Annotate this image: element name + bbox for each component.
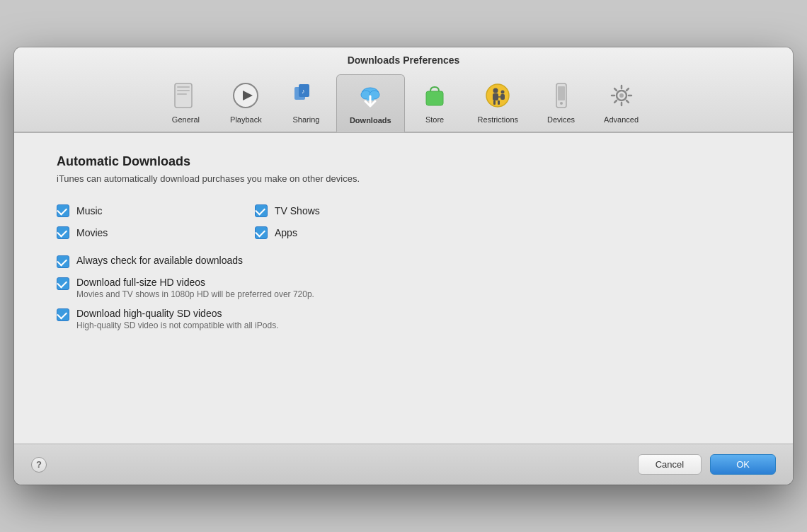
svg-text:♪: ♪ — [302, 88, 305, 95]
checkbox-hdvideos[interactable] — [57, 277, 69, 290]
title-bar: Downloads Preferences General — [14, 47, 793, 132]
checkbox-apps-label: Apps — [275, 227, 297, 238]
svg-rect-2 — [177, 90, 190, 91]
tab-store-label: Store — [425, 115, 444, 124]
svg-point-20 — [501, 91, 505, 94]
tab-devices[interactable]: Devices — [531, 74, 591, 132]
checkbox-music-label: Music — [76, 205, 103, 216]
checkbox-movies[interactable] — [57, 226, 69, 239]
svg-rect-14 — [426, 91, 443, 105]
checkbox-movies-row: Movies — [57, 226, 212, 239]
checkbox-apps-row: Apps — [255, 226, 411, 239]
section-description: iTunes can automatically download purcha… — [57, 173, 750, 184]
bottom-bar: ? Cancel OK — [14, 444, 793, 485]
tab-playback-label: Playback — [230, 115, 262, 124]
svg-line-34 — [626, 88, 629, 91]
checkbox-tvshows-label: TV Shows — [275, 205, 320, 216]
tab-restrictions[interactable]: Restrictions — [465, 74, 531, 132]
tab-devices-label: Devices — [547, 115, 575, 124]
devices-icon — [546, 80, 577, 111]
svg-rect-21 — [500, 94, 505, 100]
svg-rect-17 — [493, 93, 498, 100]
action-buttons: Cancel OK — [638, 454, 776, 475]
playback-icon — [230, 80, 261, 111]
svg-rect-3 — [177, 93, 187, 95]
section-title: Automatic Downloads — [57, 154, 750, 169]
svg-rect-18 — [493, 100, 496, 105]
tab-downloads-label: Downloads — [350, 116, 391, 125]
advanced-icon — [606, 80, 637, 111]
tab-general[interactable]: General — [156, 74, 216, 132]
checkbox-music-row: Music — [57, 204, 212, 217]
svg-point-16 — [493, 88, 498, 93]
svg-rect-1 — [177, 86, 190, 88]
svg-line-33 — [626, 100, 629, 103]
sharing-icon: ♪ — [290, 80, 321, 111]
store-icon — [419, 80, 450, 111]
checkbox-hdvideos-label: Download full-size HD videos — [76, 277, 314, 288]
checkbox-checkdownloads-row: Always check for available downloads — [57, 255, 750, 268]
checkbox-sdvideos-row: Download high-quality SD videos High-qua… — [57, 308, 750, 330]
svg-line-32 — [614, 88, 617, 91]
checkbox-music[interactable] — [57, 204, 69, 217]
tab-playback[interactable]: Playback — [216, 74, 276, 132]
toolbar: General Playback ♪ — [14, 74, 793, 132]
checkbox-movies-label: Movies — [76, 227, 108, 238]
checkboxes-grid: Music TV Shows Movies Apps — [57, 204, 411, 239]
tab-advanced-label: Advanced — [604, 115, 639, 124]
tab-store[interactable]: Store — [405, 74, 465, 132]
checkbox-tvshows[interactable] — [255, 204, 268, 217]
svg-rect-24 — [558, 86, 565, 100]
ok-button[interactable]: OK — [710, 454, 776, 475]
cancel-button[interactable]: Cancel — [638, 454, 702, 475]
tab-downloads[interactable]: Downloads — [336, 74, 405, 132]
window-title: Downloads Preferences — [14, 54, 793, 66]
checkbox-sdvideos-label: Download high-quality SD videos — [76, 308, 278, 319]
checkbox-sdvideos[interactable] — [57, 308, 69, 321]
checkbox-sdvideos-sublabel: High-quality SD video is not compatible … — [76, 320, 278, 330]
checkbox-hdvideos-sublabel: Movies and TV shows in 1080p HD will be … — [76, 289, 314, 299]
tab-general-label: General — [172, 115, 200, 124]
checkbox-hdvideos-row: Download full-size HD videos Movies and … — [57, 277, 750, 299]
tab-sharing-label: Sharing — [292, 115, 319, 124]
checkbox-checkdownloads-label: Always check for available downloads — [76, 255, 243, 266]
tab-sharing[interactable]: ♪ Sharing — [276, 74, 336, 132]
checkbox-checkdownloads[interactable] — [57, 255, 69, 268]
preferences-window: Downloads Preferences General — [14, 47, 793, 485]
checkbox-tvshows-row: TV Shows — [255, 204, 411, 217]
downloads-icon — [355, 81, 386, 112]
svg-line-35 — [614, 100, 617, 103]
svg-rect-19 — [498, 100, 500, 105]
svg-point-27 — [619, 93, 624, 98]
content-area: Automatic Downloads iTunes can automatic… — [14, 132, 793, 444]
restrictions-icon — [482, 80, 513, 111]
general-icon — [170, 80, 201, 111]
tab-restrictions-label: Restrictions — [478, 115, 518, 124]
checkbox-apps[interactable] — [255, 226, 268, 239]
help-button[interactable]: ? — [31, 457, 47, 473]
tab-advanced[interactable]: Advanced — [591, 74, 651, 132]
svg-point-25 — [560, 102, 563, 105]
